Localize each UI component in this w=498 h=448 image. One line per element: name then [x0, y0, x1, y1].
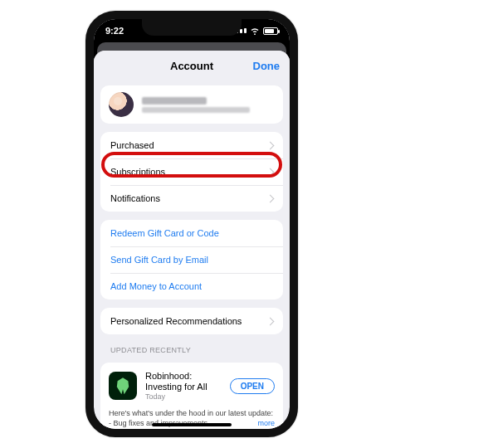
phone-screen: 9:22 Account Done: [94, 19, 290, 429]
account-sheet: Account Done Purchased: [94, 51, 290, 429]
profile-name-redacted: [142, 97, 207, 105]
done-button[interactable]: Done: [253, 51, 281, 80]
avatar: [109, 92, 134, 117]
profile-row[interactable]: [100, 85, 283, 124]
personalized-recommendations[interactable]: Personalized Recommendations: [100, 308, 283, 334]
chevron-right-icon: [266, 141, 275, 149]
chevron-right-icon: [266, 194, 275, 202]
app-meta: Robinhood: Investing for All Today: [145, 371, 222, 401]
more-link[interactable]: more: [257, 419, 275, 429]
device-notch: [142, 19, 242, 36]
link-redeem[interactable]: Redeem Gift Card or Code: [100, 220, 283, 246]
menu-subscriptions[interactable]: Subscriptions: [100, 158, 283, 185]
menu-notifications[interactable]: Notifications: [100, 185, 283, 212]
menu-group: Purchased Subscriptions Notifications: [100, 132, 283, 212]
links-group: Redeem Gift Card or Code Send Gift Card …: [100, 220, 283, 299]
profile-text: [142, 97, 250, 113]
app-row[interactable]: Robinhood: Investing for All Today OPEN: [100, 363, 283, 409]
personalized-group: Personalized Recommendations: [100, 308, 283, 334]
profile-group: [100, 85, 283, 124]
app-icon-robinhood: [109, 372, 137, 400]
menu-label: Notifications: [110, 193, 160, 203]
link-send-gift[interactable]: Send Gift Card by Email: [100, 246, 283, 273]
sheet-header: Account Done: [94, 51, 290, 80]
battery-icon: [263, 27, 278, 35]
app-title: Robinhood: Investing for All: [145, 371, 222, 392]
open-button[interactable]: OPEN: [230, 378, 275, 394]
menu-purchased[interactable]: Purchased: [100, 132, 283, 158]
sheet-scroll[interactable]: Purchased Subscriptions Notifications Re…: [94, 80, 290, 429]
phone-frame: 9:22 Account Done: [85, 11, 298, 437]
menu-label: Purchased: [110, 140, 154, 150]
menu-label: Personalized Recommendations: [110, 316, 242, 326]
app-subtitle: Today: [145, 392, 222, 401]
profile-email-redacted: [142, 107, 250, 113]
feather-icon: [116, 377, 129, 394]
link-add-money[interactable]: Add Money to Account: [100, 273, 283, 299]
home-indicator[interactable]: [152, 423, 232, 426]
chevron-right-icon: [266, 317, 275, 325]
page-title: Account: [170, 60, 213, 72]
app-card-robinhood: Robinhood: Investing for All Today OPEN …: [100, 363, 283, 429]
section-updated-recently: UPDATED RECENTLY: [110, 346, 280, 354]
menu-label: Subscriptions: [110, 167, 165, 177]
status-time: 9:22: [105, 26, 124, 36]
wifi-icon: [250, 26, 260, 36]
chevron-right-icon: [266, 168, 275, 176]
